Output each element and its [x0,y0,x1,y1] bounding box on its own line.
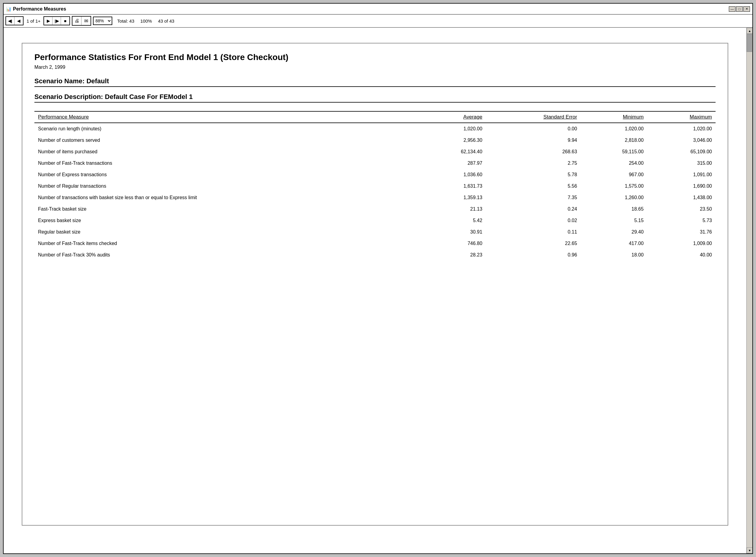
cell-minimum: 1,575.00 [581,180,647,192]
scroll-track[interactable] [747,34,752,547]
next-page-button[interactable]: ▶ [44,17,53,25]
nav-next-group: ▶ |▶ ■ [43,16,70,25]
title-bar-left: 📊 Performance Measures [6,6,66,12]
scroll-down-arrow[interactable]: ▼ [747,547,752,553]
scenario-name-label: Scenario Name: [34,77,85,85]
stop-button[interactable]: ■ [61,17,69,25]
cell-maximum: 1,438.00 [647,192,716,203]
table-row: Number of items purchased62,134.40268.63… [34,146,716,157]
table-row: Regular basket size30.910.1129.4031.76 [34,226,716,238]
cell-measure: Number of items purchased [34,146,419,157]
cell-std-error: 22.65 [486,238,581,249]
report-title: Performance Statistics For Front End Mod… [34,53,716,62]
page-info: 1 of 1+ [27,19,40,24]
cell-average: 30.91 [419,226,486,238]
cell-maximum: 5.73 [647,215,716,226]
cell-average: 287.97 [419,157,486,169]
zoom-select[interactable]: 88% 50% 75% 100% 125% 150% [93,17,112,24]
table-row: Scenario run length (minutes)1,020.000.0… [34,123,716,135]
toolbar-stats: Total: 43 100% 43 of 43 [117,19,174,24]
cell-measure: Scenario run length (minutes) [34,123,419,135]
cell-maximum: 1,091.00 [647,169,716,180]
scenario-description: Scenario Description: Default Case For F… [34,93,716,102]
scenario-desc-label: Scenario Description: [34,93,103,100]
cell-std-error: 9.94 [486,135,581,146]
cell-maximum: 23.50 [647,203,716,215]
email-button[interactable]: ✉ [82,17,91,25]
cell-std-error: 7.35 [486,192,581,203]
table-row: Fast-Track basket size21.130.2418.6523.5… [34,203,716,215]
scroll-thumb[interactable] [747,34,752,52]
cell-average: 62,134.40 [419,146,486,157]
col-header-measure: Performance Measure [34,111,419,123]
toolbar: ◀| ◀ 1 of 1+ ▶ |▶ ■ 🖨 ✉ 88% 50% 75% 100%… [4,14,752,28]
cell-average: 1,020.00 [419,123,486,135]
print-email-group: 🖨 ✉ [72,16,91,26]
report-date: March 2, 1999 [34,65,716,70]
print-button[interactable]: 🖨 [72,17,82,25]
table-body: Scenario run length (minutes)1,020.000.0… [34,123,716,261]
cell-minimum: 5.15 [581,215,647,226]
cell-measure: Number of customers served [34,135,419,146]
last-page-button[interactable]: |▶ [53,17,61,25]
cell-average: 1,631.73 [419,180,486,192]
cell-measure: Regular basket size [34,226,419,238]
minimize-button[interactable]: — [729,6,735,12]
cell-minimum: 18.65 [581,203,647,215]
cell-maximum: 1,020.00 [647,123,716,135]
cell-std-error: 0.24 [486,203,581,215]
cell-measure: Number of Express transactions [34,169,419,180]
col-header-minimum: Minimum [581,111,647,123]
app-icon: 📊 [6,7,11,11]
close-button[interactable]: ✕ [743,6,750,12]
prev-page-button[interactable]: ◀ [14,17,23,25]
cell-minimum: 29.40 [581,226,647,238]
cell-maximum: 1,690.00 [647,180,716,192]
cell-maximum: 31.76 [647,226,716,238]
cell-std-error: 5.78 [486,169,581,180]
restore-button[interactable]: □ [736,6,743,12]
table-row: Number of Fast-Track 30% audits28.230.96… [34,249,716,261]
cell-minimum: 59,115.00 [581,146,647,157]
window-title: Performance Measures [13,6,66,12]
cell-average: 1,036.60 [419,169,486,180]
table-header: Performance Measure Average Standard Err… [34,111,716,123]
cell-std-error: 268.63 [486,146,581,157]
cell-maximum: 315.00 [647,157,716,169]
scroll-up-arrow[interactable]: ▲ [747,28,752,34]
scrollable-content: Performance Statistics For Front End Mod… [4,28,746,553]
cell-maximum: 3,046.00 [647,135,716,146]
scenario-name: Scenario Name: Default [34,77,716,87]
table-row: Express basket size5.420.025.155.73 [34,215,716,226]
col-header-std-error: Standard Error [486,111,581,123]
cell-std-error: 0.00 [486,123,581,135]
table-header-row: Performance Measure Average Standard Err… [34,111,716,123]
scenario-desc-value: Default Case For FEModel 1 [105,93,193,100]
table-row: Number of Fast-Track transactions287.972… [34,157,716,169]
cell-minimum: 967.00 [581,169,647,180]
cell-average: 1,359.13 [419,192,486,203]
table-row: Number of Fast-Track items checked746.80… [34,238,716,249]
main-window: 📊 Performance Measures — □ ✕ ◀| ◀ 1 of 1… [3,3,753,554]
col-header-average: Average [419,111,486,123]
cell-maximum: 1,009.00 [647,238,716,249]
scenario-name-value: Default [86,77,109,85]
cell-minimum: 2,818.00 [581,135,647,146]
table-row: Number of Express transactions1,036.605.… [34,169,716,180]
cell-minimum: 254.00 [581,157,647,169]
cell-minimum: 1,260.00 [581,192,647,203]
zoom-select-wrap[interactable]: 88% 50% 75% 100% 125% 150% [93,17,112,25]
cell-minimum: 18.00 [581,249,647,261]
col-header-maximum: Maximum [647,111,716,123]
scrollbar-right[interactable]: ▲ ▼ [746,28,752,553]
cell-maximum: 65,109.00 [647,146,716,157]
first-page-button[interactable]: ◀| [6,17,14,25]
cell-minimum: 417.00 [581,238,647,249]
performance-table: Performance Measure Average Standard Err… [34,111,716,261]
table-row: Number of transactions with basket size … [34,192,716,203]
cell-std-error: 0.96 [486,249,581,261]
cell-minimum: 1,020.00 [581,123,647,135]
pages-label: 43 of 43 [158,19,174,24]
total-label: Total: 43 [117,19,134,24]
cell-measure: Number of Fast-Track transactions [34,157,419,169]
